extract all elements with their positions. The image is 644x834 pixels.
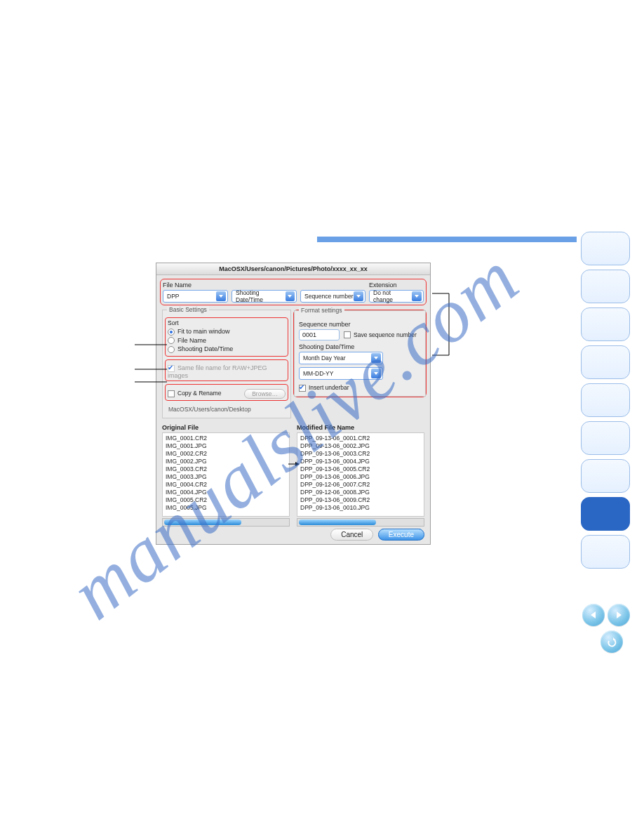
date-order-select[interactable]: Month Day Year <box>299 352 383 364</box>
rename-dialog: MacOSX/Users/canon/Pictures/Photo/xxxx_x… <box>156 263 431 545</box>
scrollbar[interactable] <box>162 518 290 527</box>
dialog-title: MacOSX/Users/canon/Pictures/Photo/xxxx_x… <box>156 263 430 275</box>
nav-card-6[interactable] <box>581 421 630 455</box>
radio-icon <box>168 329 175 336</box>
chevron-down-icon <box>286 291 295 301</box>
checkbox-icon <box>168 365 175 372</box>
nav-card-8[interactable] <box>581 497 630 531</box>
list-item[interactable]: DPP_09-13-06_0004.JPG <box>300 458 421 465</box>
nav-card-1[interactable] <box>581 232 630 265</box>
filename-select-1[interactable]: DPP <box>163 290 228 303</box>
list-item[interactable]: DPP_09-13-06_0010.JPG <box>300 504 421 512</box>
samefile-highlight: Same file name for RAW+JPEG images <box>165 359 288 381</box>
extension-select[interactable]: Do not change <box>369 290 424 303</box>
browse-button[interactable]: Browse… <box>244 389 286 399</box>
save-sequence-label: Save sequence number <box>354 331 417 338</box>
sequence-label: Sequence number <box>299 321 421 328</box>
filename-highlight: File Name DPP Shooting Date/Time Sequenc… <box>160 279 427 305</box>
execute-button[interactable]: Execute <box>378 529 424 541</box>
chevron-down-icon <box>216 291 226 301</box>
list-item[interactable]: DPP_09-13-06_0002.JPG <box>300 442 421 450</box>
destination-path: MacOSX/Users/canon/Desktop <box>167 404 286 415</box>
nav-card-3[interactable] <box>581 307 630 341</box>
svg-marker-0 <box>591 611 596 618</box>
modified-file-list[interactable]: DPP_09-13-06_0001.CR2DPP_09-13-06_0002.J… <box>297 432 424 517</box>
return-button[interactable] <box>601 630 623 653</box>
nav-card-5[interactable] <box>581 383 630 417</box>
cancel-button[interactable]: Cancel <box>330 529 373 541</box>
extension-label: Extension <box>369 282 424 289</box>
sort-fit-radio[interactable]: Fit to main window <box>168 328 286 336</box>
date-format-select[interactable]: MM-DD-YY <box>299 367 383 380</box>
nav-card-2[interactable] <box>581 270 630 303</box>
sort-highlight: Sort Fit to main window File Name Shooti… <box>165 317 288 357</box>
svg-marker-1 <box>617 611 622 618</box>
list-item[interactable]: IMG_0002.JPG <box>166 458 286 465</box>
svg-marker-2 <box>613 637 616 640</box>
section-top-bar <box>317 237 577 242</box>
list-item[interactable]: IMG_0002.CR2 <box>166 450 286 458</box>
checkbox-icon[interactable] <box>299 385 306 392</box>
prev-page-button[interactable] <box>582 604 605 626</box>
list-item[interactable]: DPP_09-13-06_0006.JPG <box>300 473 421 481</box>
filename-select-3[interactable]: Sequence number <box>300 290 365 303</box>
next-page-button[interactable] <box>608 604 630 626</box>
radio-icon <box>168 337 175 344</box>
checkbox-icon[interactable] <box>168 390 175 397</box>
basic-settings-legend: Basic Settings <box>167 306 209 313</box>
list-item[interactable]: IMG_0005.CR2 <box>166 496 286 504</box>
list-item[interactable]: IMG_0004.CR2 <box>166 481 286 489</box>
modified-file-header: Modified File Name <box>297 424 424 431</box>
list-item[interactable]: DPP_09-12-06_0008.JPG <box>300 489 421 496</box>
nav-card-9[interactable] <box>581 535 630 569</box>
list-item[interactable]: DPP_09-13-06_0003.CR2 <box>300 450 421 458</box>
same-file-checkbox-label: Same file name for RAW+JPEG images <box>168 364 267 379</box>
chevron-down-icon <box>412 291 422 301</box>
list-item[interactable]: DPP_09-13-06_0001.CR2 <box>300 435 421 442</box>
filename-label: File Name <box>163 282 365 289</box>
format-settings-legend: Format settings <box>299 307 344 314</box>
list-item[interactable]: IMG_0005.JPG <box>166 504 286 512</box>
chevron-down-icon <box>354 291 363 301</box>
shooting-date-label: Shooting Date/Time <box>299 343 421 350</box>
sort-label: Sort <box>168 319 286 326</box>
list-item[interactable]: IMG_0001.JPG <box>166 442 286 450</box>
side-nav <box>581 232 630 569</box>
copy-highlight: Copy & Rename Browse… <box>165 384 288 401</box>
checkbox-icon[interactable] <box>344 331 351 338</box>
list-item[interactable]: DPP_09-13-06_0009.CR2 <box>300 496 421 504</box>
copy-rename-checkbox-label: Copy & Rename <box>177 390 221 397</box>
original-file-header: Original File <box>162 424 290 431</box>
list-item[interactable]: IMG_0001.CR2 <box>166 435 286 442</box>
nav-card-4[interactable] <box>581 345 630 379</box>
sequence-input[interactable]: 0001 <box>299 329 340 340</box>
list-item[interactable]: DPP_09-13-06_0005.CR2 <box>300 465 421 473</box>
chevron-down-icon <box>371 369 381 378</box>
nav-card-7[interactable] <box>581 459 630 493</box>
radio-icon <box>168 346 175 353</box>
insert-underbar-label: Insert underbar <box>309 384 349 391</box>
list-item[interactable]: DPP_09-12-06_0007.CR2 <box>300 481 421 489</box>
list-item[interactable]: IMG_0003.JPG <box>166 473 286 481</box>
list-item[interactable]: IMG_0003.CR2 <box>166 465 286 473</box>
chevron-down-icon <box>371 353 381 363</box>
sort-date-radio[interactable]: Shooting Date/Time <box>168 345 286 353</box>
original-file-list[interactable]: IMG_0001.CR2IMG_0001.JPGIMG_0002.CR2IMG_… <box>162 432 290 517</box>
scrollbar[interactable] <box>297 518 424 527</box>
sort-filename-radio[interactable]: File Name <box>168 337 286 345</box>
list-item[interactable]: IMG_0004.JPG <box>166 489 286 496</box>
filename-select-2[interactable]: Shooting Date/Time <box>232 290 297 303</box>
